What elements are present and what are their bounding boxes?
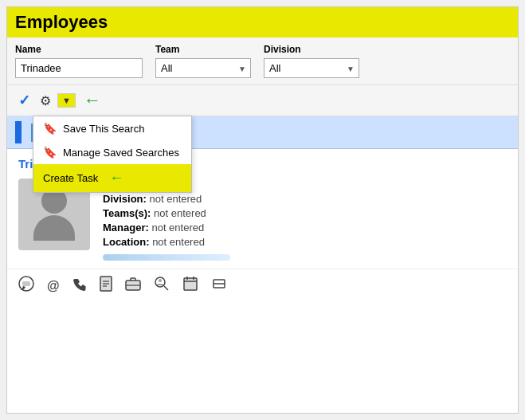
division-detail-value: not entered — [150, 193, 202, 205]
filter-bar: Name Team All Division All — [7, 37, 518, 85]
detail-manager: Manager: not entered — [103, 222, 507, 234]
avatar-icon — [33, 188, 75, 241]
manager-label: Manager: — [103, 222, 149, 234]
page-header: Employees — [7, 7, 518, 37]
toolbar-row: ✓ ⚙ ▼ ← 🔖 Save This Search 🔖 Manage Sa — [7, 85, 518, 116]
team-select[interactable]: All — [155, 58, 251, 78]
division-detail-label: Division: — [103, 193, 147, 205]
detail-division: Division: not entered — [103, 193, 507, 205]
briefcase-icon[interactable] — [125, 277, 141, 295]
settings-icon: ⚙ — [40, 93, 51, 108]
manage-searches-label: Manage Saved Searches — [63, 147, 179, 159]
svg-point-10 — [159, 279, 162, 282]
division-select-wrapper: All — [264, 58, 359, 78]
collapse-btn[interactable]: ✓ — [15, 90, 33, 111]
dropdown-chevron-icon: ▼ — [62, 96, 71, 105]
outer-container: Employees Name Team All Divis — [0, 0, 525, 420]
page-title: Employees — [15, 12, 108, 32]
bottom-icon-bar: @ — [7, 269, 518, 302]
save-search-item[interactable]: 🔖 Save This Search — [33, 116, 191, 140]
filter-row: Name Team All Division All — [15, 44, 510, 78]
division-label: Division — [264, 44, 359, 55]
main-panel: Employees Name Team All Divis — [6, 6, 519, 414]
location-label: Location: — [103, 236, 150, 248]
result-indicator — [15, 121, 22, 143]
manage-searches-icon: 🔖 — [43, 146, 57, 159]
chat-icon[interactable] — [18, 276, 34, 296]
teams-value: not entered — [154, 207, 206, 219]
create-task-item[interactable]: Create Task ← — [33, 164, 191, 192]
name-label: Name — [15, 44, 143, 55]
dropdown-menu: 🔖 Save This Search 🔖 Manage Saved Search… — [33, 116, 192, 193]
search-people-icon[interactable] — [154, 276, 170, 296]
svg-rect-1 — [22, 281, 30, 286]
manager-value: not entered — [151, 222, 204, 234]
green-arrow-indicator: ← — [84, 90, 101, 111]
detail-teams: Teams(s): not entered — [103, 207, 507, 219]
location-value: not entered — [152, 236, 205, 248]
create-task-label: Create Task — [43, 172, 98, 184]
svg-line-9 — [164, 286, 168, 290]
manage-searches-item[interactable]: 🔖 Manage Saved Searches — [33, 140, 191, 164]
chevron-down-icon: ✓ — [18, 92, 30, 109]
svg-rect-11 — [184, 278, 197, 290]
detail-location: Location: not entered — [103, 236, 507, 248]
phone-icon[interactable] — [72, 277, 87, 295]
team-label: Team — [155, 44, 251, 55]
division-filter-group: Division All — [264, 44, 359, 78]
name-input[interactable] — [15, 58, 143, 78]
progress-bar — [103, 254, 230, 261]
search-settings-btn[interactable]: ⚙ — [37, 92, 54, 110]
create-task-green-arrow: ← — [109, 170, 123, 186]
email-icon[interactable]: @ — [47, 279, 60, 293]
list-icon[interactable] — [211, 277, 227, 295]
division-select[interactable]: All — [264, 58, 359, 78]
dropdown-toggle-btn[interactable]: ▼ — [57, 93, 76, 108]
team-select-wrapper: All — [155, 58, 251, 78]
teams-label: Teams(s): — [103, 207, 151, 219]
team-filter-group: Team All — [155, 44, 251, 78]
calendar-icon[interactable] — [182, 276, 198, 296]
save-search-icon: 🔖 — [43, 122, 57, 135]
name-filter-group: Name — [15, 44, 143, 78]
save-search-label: Save This Search — [63, 123, 144, 135]
avatar-body — [33, 215, 75, 241]
document-icon[interactable] — [100, 276, 112, 296]
